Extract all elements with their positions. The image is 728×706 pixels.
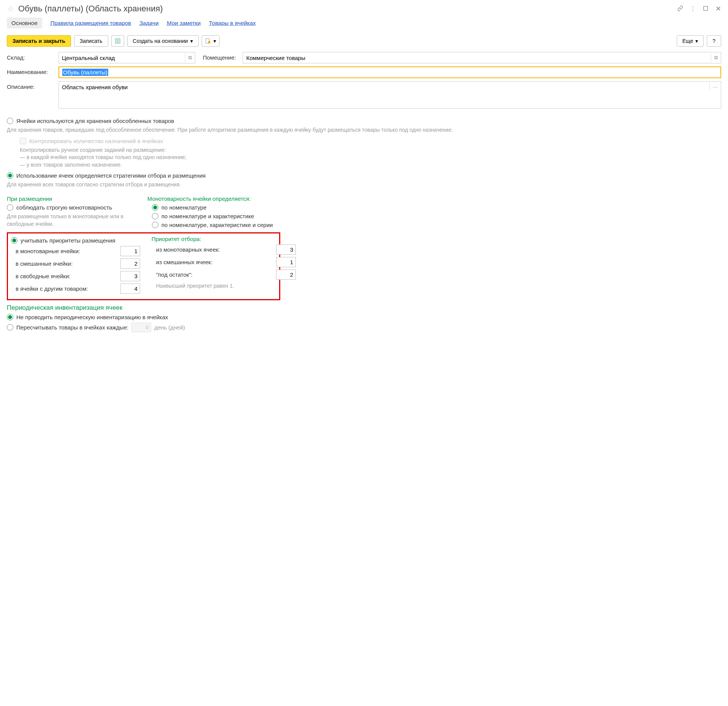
pick-mixed-label: из смешанных ячеек: <box>156 259 273 265</box>
warehouse-input-wrap: ⧉ <box>58 52 195 63</box>
list-icon-button[interactable] <box>111 35 124 47</box>
inv-no-periodic-radio[interactable] <box>7 314 13 320</box>
inv-no-periodic-row[interactable]: Не проводить периодическую инвентаризаци… <box>7 314 721 320</box>
pick-mono-input[interactable] <box>276 244 296 255</box>
control-line1: — в каждой ячейке находятся товары тольк… <box>20 154 721 161</box>
more-button[interactable]: Еще ▾ <box>677 35 704 47</box>
isolated-help: Для хранения товаров, пришедших под обос… <box>7 126 721 134</box>
pick-mono-label: из монотоварных ячеек: <box>156 246 273 253</box>
favorite-star-icon[interactable]: ☆ <box>7 5 14 13</box>
window-title: Обувь (паллеты) (Область хранения) <box>18 4 673 14</box>
isolated-radio[interactable] <box>7 118 13 124</box>
pr-mixed-input[interactable] <box>120 258 140 269</box>
placement-heading: При размещении <box>7 195 136 202</box>
strict-mono-help: Для размещения только в монотоварные или… <box>7 213 136 228</box>
mono-by-item-label: по номенклатуре <box>161 204 207 211</box>
control-count-label: Контролировать количество назначений в я… <box>29 138 163 144</box>
pick-note: Наивысший приоритет равен 1. <box>156 283 296 289</box>
warehouse-label: Склад: <box>7 52 55 61</box>
mono-by-item-char-radio[interactable] <box>152 213 158 219</box>
room-input[interactable] <box>243 53 711 63</box>
name-input-value[interactable]: Обувь (паллеты) <box>62 69 108 76</box>
pr-other-label: в ячейки с другим товаром: <box>16 285 117 292</box>
doc-icon-button[interactable]: ▾ <box>202 35 220 47</box>
mono-def-heading: Монотоварность ячейки определяется: <box>147 195 292 202</box>
window-actions: ⋮ ✕ <box>677 5 721 13</box>
nav-link-goods[interactable]: Товары в ячейках <box>209 20 256 26</box>
consider-priority-label: учитывать приоритеты размещения <box>21 237 115 244</box>
pr-mono-label: в монотоварные ячейки: <box>16 248 117 254</box>
control-manual-intro: Контролировать ручное создание заданий н… <box>20 147 721 154</box>
inv-recount-label: Пересчитывать товары в ячейках каждые: <box>16 324 128 331</box>
pick-remainder-input[interactable] <box>276 269 296 280</box>
chevron-down-icon: ▾ <box>190 38 193 44</box>
maximize-icon[interactable] <box>703 5 709 13</box>
inv-recount-radio[interactable] <box>7 324 13 331</box>
consider-priority-row[interactable]: учитывать приоритеты размещения <box>11 237 140 244</box>
ellipsis-icon[interactable]: … <box>709 82 721 90</box>
open-icon[interactable]: ⧉ <box>711 53 721 62</box>
open-icon[interactable]: ⧉ <box>185 53 195 62</box>
nav-link-notes[interactable]: Мои заметки <box>167 20 201 26</box>
mono-by-item-row[interactable]: по номенклатуре <box>152 204 292 211</box>
name-input-wrap: Обувь (паллеты) <box>58 66 721 78</box>
nav-link-rules[interactable]: Правила размещения товаров <box>51 20 131 26</box>
pr-free-input[interactable] <box>120 271 140 281</box>
link-icon[interactable] <box>677 5 683 13</box>
inv-recount-row[interactable]: Пересчитывать товары в ячейках каждые: д… <box>7 323 721 332</box>
pick-mixed-input[interactable] <box>276 257 296 267</box>
strategy-radio-row[interactable]: Использование ячеек определяется стратег… <box>7 172 721 179</box>
nav-tab-main[interactable]: Основное <box>7 17 42 28</box>
pick-heading: Приоритет отбора: <box>152 236 296 242</box>
svg-rect-0 <box>704 6 708 10</box>
description-label: Описание: <box>7 81 55 90</box>
room-label: Помещение: <box>198 52 240 61</box>
room-input-wrap: ⧉ <box>243 52 721 63</box>
pick-remainder-label: "под остаток": <box>156 271 273 278</box>
warehouse-input[interactable] <box>59 53 185 63</box>
priority-highlight-box: учитывать приоритеты размещения в моното… <box>7 232 280 300</box>
isolated-label: Ячейки используются для хранения обособл… <box>16 118 174 124</box>
chevron-down-icon: ▾ <box>213 38 216 44</box>
control-count-checkbox <box>20 138 26 144</box>
help-button[interactable]: ? <box>707 35 721 47</box>
close-icon[interactable]: ✕ <box>715 5 721 13</box>
strict-mono-row[interactable]: соблюдать строгую монотоварность <box>7 204 136 211</box>
inv-days-input <box>131 323 151 332</box>
pr-mixed-label: в смешанные ячейки: <box>16 260 117 267</box>
inv-no-periodic-label: Не проводить периодическую инвентаризаци… <box>16 314 168 320</box>
svg-point-6 <box>208 41 210 43</box>
kebab-icon[interactable]: ⋮ <box>690 5 696 12</box>
control-count-row: Контролировать количество назначений в я… <box>20 138 721 144</box>
mono-by-item-radio[interactable] <box>152 204 158 211</box>
consider-priority-radio[interactable] <box>11 237 17 244</box>
mono-by-item-char-series-label: по номенклатуре, характеристике и серии <box>161 222 273 228</box>
create-based-button[interactable]: Создать на основании ▾ <box>127 35 199 47</box>
description-textarea[interactable] <box>59 82 709 108</box>
toolbar: Записать и закрыть Записать Создать на о… <box>7 35 721 47</box>
strict-mono-radio[interactable] <box>7 204 13 211</box>
nav-bar: Основное Правила размещения товаров Зада… <box>7 17 721 28</box>
inv-days-unit: день (дней) <box>154 324 185 331</box>
pr-free-label: в свободные ячейки: <box>16 273 117 279</box>
name-label: Наименование: <box>7 66 55 75</box>
strategy-radio[interactable] <box>7 172 13 179</box>
control-manual-block: Контролировать ручное создание заданий н… <box>20 147 721 169</box>
mono-by-item-char-row[interactable]: по номенклатуре и характеристике <box>152 213 292 219</box>
more-label: Еще <box>682 38 693 44</box>
strict-mono-label: соблюдать строгую монотоварность <box>16 204 112 211</box>
strategy-label: Использование ячеек определяется стратег… <box>16 172 206 179</box>
pr-mono-input[interactable] <box>120 246 140 256</box>
nav-link-tasks[interactable]: Задачи <box>139 20 158 26</box>
isolated-radio-row[interactable]: Ячейки используются для хранения обособл… <box>7 118 721 124</box>
inventory-heading: Периодическая инвентаризация ячеек <box>7 304 721 312</box>
mono-by-item-char-series-radio[interactable] <box>152 222 158 228</box>
strategy-help: Для хранения всех товаров согласно страт… <box>7 181 721 189</box>
pr-other-input[interactable] <box>120 284 140 294</box>
description-wrap: … <box>58 81 721 109</box>
mono-by-item-char-label: по номенклатуре и характеристике <box>161 213 254 219</box>
save-button[interactable]: Записать <box>74 35 108 47</box>
control-line2: — у всех товаров заполнено назначение. <box>20 161 721 169</box>
save-close-button[interactable]: Записать и закрыть <box>7 35 71 47</box>
mono-by-item-char-series-row[interactable]: по номенклатуре, характеристике и серии <box>152 222 292 228</box>
